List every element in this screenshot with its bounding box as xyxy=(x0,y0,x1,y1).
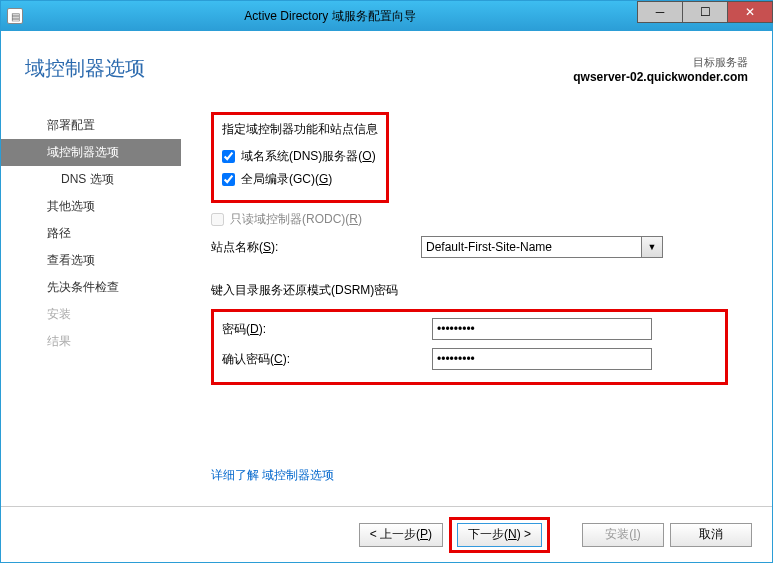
install-button: 安装(I) xyxy=(582,523,664,547)
checkbox-dns-label: 域名系统(DNS)服务器(O) xyxy=(241,148,376,165)
checkbox-gc-label: 全局编录(GC)(G) xyxy=(241,171,332,188)
sitename-select-wrap: Default-First-Site-Name ▼ xyxy=(421,236,663,258)
header-row: 域控制器选项 目标服务器 qwserver-02.quickwonder.com xyxy=(1,31,772,94)
checkbox-row-dns: 域名系统(DNS)服务器(O) xyxy=(222,148,378,165)
checkbox-dns[interactable] xyxy=(222,150,235,163)
sidebar-item-dns-options[interactable]: DNS 选项 xyxy=(1,166,181,193)
sidebar-item-install: 安装 xyxy=(1,301,181,328)
next-button[interactable]: 下一步(N) > xyxy=(457,523,542,547)
sidebar-item-prereq[interactable]: 先决条件检查 xyxy=(1,274,181,301)
checkbox-gc[interactable] xyxy=(222,173,235,186)
formrow-confirm-password: 确认密码(C): xyxy=(222,348,717,370)
body-row: 部署配置 域控制器选项 DNS 选项 其他选项 路径 查看选项 先决条件检查 安… xyxy=(1,94,772,506)
close-button[interactable]: ✕ xyxy=(727,1,773,23)
sidebar-item-deploy-config[interactable]: 部署配置 xyxy=(1,112,181,139)
content: 域控制器选项 目标服务器 qwserver-02.quickwonder.com… xyxy=(1,31,772,562)
checkbox-row-gc: 全局编录(GC)(G) xyxy=(222,171,378,188)
target-server: 目标服务器 qwserver-02.quickwonder.com xyxy=(573,55,748,84)
sitename-select[interactable]: Default-First-Site-Name xyxy=(421,236,641,258)
sidebar-item-review[interactable]: 查看选项 xyxy=(1,247,181,274)
app-icon: ▤ xyxy=(7,8,23,24)
checkbox-rodc xyxy=(211,213,224,226)
checkbox-rodc-label: 只读域控制器(RODC)(R) xyxy=(230,211,362,228)
formrow-sitename: 站点名称(S): Default-First-Site-Name ▼ xyxy=(211,236,728,258)
sidebar: 部署配置 域控制器选项 DNS 选项 其他选项 路径 查看选项 先决条件检查 安… xyxy=(1,94,181,506)
cancel-button[interactable]: 取消 xyxy=(670,523,752,547)
target-server-label: 目标服务器 xyxy=(573,55,748,70)
titlebar: ▤ Active Directory 域服务配置向导 ─ ☐ ✕ xyxy=(1,1,772,31)
window-title: Active Directory 域服务配置向导 xyxy=(23,8,637,25)
window-controls: ─ ☐ ✕ xyxy=(637,1,772,31)
minimize-button[interactable]: ─ xyxy=(637,1,683,23)
password-label: 密码(D): xyxy=(222,321,432,338)
target-server-name: qwserver-02.quickwonder.com xyxy=(573,70,748,84)
formrow-password: 密码(D): xyxy=(222,318,717,340)
sitename-dropdown-button[interactable]: ▼ xyxy=(641,236,663,258)
learn-more-prefix: 详细了解 xyxy=(211,468,259,482)
main-panel: 指定域控制器功能和站点信息 域名系统(DNS)服务器(O) 全局编录(GC)(G… xyxy=(181,94,748,506)
section-title-dsrm: 键入目录服务还原模式(DSRM)密码 xyxy=(211,282,728,299)
sidebar-item-results: 结果 xyxy=(1,328,181,355)
section-title-capabilities: 指定域控制器功能和站点信息 xyxy=(222,121,378,138)
sitename-label: 站点名称(S): xyxy=(211,239,421,256)
footer: < 上一步(P) 下一步(N) > 安装(I) 取消 xyxy=(1,506,772,562)
sidebar-item-paths[interactable]: 路径 xyxy=(1,220,181,247)
learn-more-link[interactable]: 域控制器选项 xyxy=(262,468,334,482)
sidebar-item-dc-options[interactable]: 域控制器选项 xyxy=(1,139,181,166)
prev-button[interactable]: < 上一步(P) xyxy=(359,523,443,547)
sidebar-item-other-options[interactable]: 其他选项 xyxy=(1,193,181,220)
checkbox-row-rodc: 只读域控制器(RODC)(R) xyxy=(211,211,728,228)
page-title: 域控制器选项 xyxy=(25,55,145,84)
maximize-button[interactable]: ☐ xyxy=(682,1,728,23)
password-input[interactable] xyxy=(432,318,652,340)
highlight-box-password: 密码(D): 确认密码(C): xyxy=(211,309,728,385)
learn-more: 详细了解 域控制器选项 xyxy=(211,467,334,484)
highlight-box-capabilities: 指定域控制器功能和站点信息 域名系统(DNS)服务器(O) 全局编录(GC)(G… xyxy=(211,112,389,203)
confirm-password-label: 确认密码(C): xyxy=(222,351,432,368)
highlight-box-next: 下一步(N) > xyxy=(449,517,550,553)
confirm-password-input[interactable] xyxy=(432,348,652,370)
wizard-window: ▤ Active Directory 域服务配置向导 ─ ☐ ✕ 域控制器选项 … xyxy=(0,0,773,563)
